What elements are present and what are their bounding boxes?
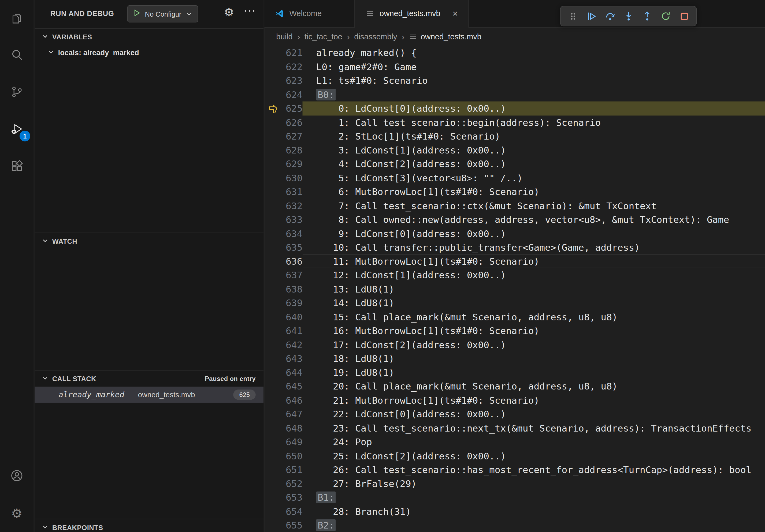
glyph-margin[interactable] bbox=[265, 88, 282, 102]
code-line-624[interactable]: 624B0: bbox=[265, 88, 765, 102]
code-line-638[interactable]: 638 13: LdU8(1) bbox=[265, 282, 765, 296]
debug-stop-button[interactable] bbox=[675, 7, 693, 25]
tab-welcome[interactable]: Welcome bbox=[265, 0, 355, 27]
code-line-651[interactable]: 651 26: Call test_scenario::has_most_rec… bbox=[265, 463, 765, 476]
glyph-margin[interactable] bbox=[265, 171, 282, 185]
glyph-margin[interactable] bbox=[265, 504, 282, 518]
glyph-margin[interactable] bbox=[265, 60, 282, 74]
glyph-margin[interactable] bbox=[265, 213, 282, 227]
call-stack-section-header[interactable]: CALL STACK Paused on entry bbox=[35, 371, 264, 387]
glyph-margin[interactable] bbox=[265, 518, 282, 532]
code-editor[interactable]: 621already_marked() {622L0: game#2#0: Ga… bbox=[265, 46, 765, 532]
glyph-margin[interactable] bbox=[265, 407, 282, 421]
glyph-margin[interactable] bbox=[265, 421, 282, 435]
debug-toolbar-drag-handle[interactable] bbox=[563, 7, 582, 25]
glyph-margin[interactable] bbox=[265, 268, 282, 282]
glyph-margin[interactable] bbox=[265, 310, 282, 324]
code-line-635[interactable]: 635 10: Call transfer::public_transfer<G… bbox=[265, 240, 765, 254]
variables-scope-row[interactable]: locals: already_marked bbox=[35, 45, 264, 60]
glyph-margin[interactable] bbox=[265, 240, 282, 254]
close-icon[interactable]: × bbox=[452, 9, 457, 19]
glyph-margin[interactable] bbox=[265, 74, 282, 88]
start-debugging-icon[interactable] bbox=[133, 9, 141, 19]
code-line-629[interactable]: 629 4: LdConst[2](address: 0x00..) bbox=[265, 157, 765, 171]
code-line-628[interactable]: 628 3: LdConst[1](address: 0x00..) bbox=[265, 143, 765, 157]
code-line-631[interactable]: 631 6: MutBorrowLoc[1](ts#1#0: Scenario) bbox=[265, 185, 765, 199]
activity-item-search[interactable] bbox=[0, 37, 34, 74]
tab-owned-tests-mvb[interactable]: owned_tests.mvb× bbox=[355, 0, 469, 27]
activity-item-settings[interactable]: ⚙ bbox=[0, 495, 34, 532]
code-line-633[interactable]: 633 8: Call owned::new(address, address,… bbox=[265, 213, 765, 227]
glyph-margin[interactable] bbox=[265, 324, 282, 338]
glyph-margin[interactable] bbox=[265, 157, 282, 171]
glyph-margin[interactable] bbox=[265, 379, 282, 393]
code-line-650[interactable]: 650 25: LdConst[2](address: 0x00..) bbox=[265, 449, 765, 463]
code-line-643[interactable]: 643 18: LdU8(1) bbox=[265, 352, 765, 366]
code-line-641[interactable]: 641 16: MutBorrowLoc[1](ts#1#0: Scenario… bbox=[265, 324, 765, 338]
code-line-632[interactable]: 632 7: Call test_scenario::ctx(&mut Scen… bbox=[265, 199, 765, 213]
glyph-margin[interactable] bbox=[265, 143, 282, 157]
glyph-margin[interactable] bbox=[265, 282, 282, 296]
code-line-630[interactable]: 630 5: LdConst[3](vector<u8>: "" /..) bbox=[265, 171, 765, 185]
glyph-margin[interactable] bbox=[265, 490, 282, 504]
activity-item-explorer[interactable] bbox=[0, 0, 34, 37]
glyph-margin[interactable] bbox=[265, 185, 282, 199]
breadcrumb-item[interactable]: build bbox=[276, 32, 293, 41]
glyph-margin[interactable] bbox=[265, 46, 282, 60]
debug-continue-button[interactable] bbox=[582, 7, 600, 25]
activity-item-run-and-debug[interactable]: 1 bbox=[0, 111, 34, 148]
debug-step-out-button[interactable] bbox=[638, 7, 656, 25]
glyph-margin[interactable] bbox=[265, 199, 282, 213]
watch-section-header[interactable]: WATCH bbox=[35, 233, 264, 249]
breadcrumb-item[interactable]: disassembly bbox=[354, 32, 397, 41]
code-line-626[interactable]: 626 1: Call test_scenario::begin(address… bbox=[265, 115, 765, 129]
glyph-margin[interactable] bbox=[265, 129, 282, 143]
code-line-627[interactable]: 627 2: StLoc[1](ts#1#0: Scenario) bbox=[265, 129, 765, 143]
glyph-margin[interactable] bbox=[265, 296, 282, 310]
glyph-margin[interactable] bbox=[265, 393, 282, 407]
glyph-margin[interactable] bbox=[265, 476, 282, 490]
glyph-margin[interactable] bbox=[265, 338, 282, 352]
code-line-645[interactable]: 645 20: Call place_mark(&mut Scenario, a… bbox=[265, 379, 765, 393]
code-line-653[interactable]: 653B1: bbox=[265, 490, 765, 504]
code-line-634[interactable]: 634 9: LdConst[0](address: 0x00..) bbox=[265, 226, 765, 240]
code-line-646[interactable]: 646 21: MutBorrowLoc[1](ts#1#0: Scenario… bbox=[265, 393, 765, 407]
code-line-647[interactable]: 647 22: LdConst[0](address: 0x00..) bbox=[265, 407, 765, 421]
breadcrumb-item[interactable]: owned_tests.mvb bbox=[409, 32, 481, 41]
glyph-margin[interactable] bbox=[265, 366, 282, 379]
more-actions-icon[interactable]: ⋯ bbox=[243, 4, 256, 17]
activity-item-extensions[interactable] bbox=[0, 148, 34, 185]
glyph-margin[interactable] bbox=[265, 449, 282, 463]
glyph-margin[interactable] bbox=[265, 254, 282, 268]
code-line-649[interactable]: 649 24: Pop bbox=[265, 435, 765, 449]
configure-gear-icon[interactable]: ⚙ bbox=[224, 7, 234, 18]
code-line-654[interactable]: 654 28: Branch(31) bbox=[265, 504, 765, 518]
activity-item-source-control[interactable] bbox=[0, 74, 34, 111]
code-line-622[interactable]: 622L0: game#2#0: Game bbox=[265, 60, 765, 74]
code-line-637[interactable]: 637 12: LdConst[1](address: 0x00..) bbox=[265, 268, 765, 282]
call-stack-frame-row[interactable]: already_marked owned_tests.mvb 625 bbox=[35, 387, 264, 402]
code-line-623[interactable]: 623L1: ts#1#0: Scenario bbox=[265, 74, 765, 88]
current-frame-arrow-icon[interactable] bbox=[265, 102, 282, 116]
code-line-640[interactable]: 640 15: Call place_mark(&mut Scenario, a… bbox=[265, 310, 765, 324]
glyph-margin[interactable] bbox=[265, 435, 282, 449]
code-line-648[interactable]: 648 23: Call test_scenario::next_tx(&mut… bbox=[265, 421, 765, 435]
code-line-621[interactable]: 621already_marked() { bbox=[265, 46, 765, 60]
debug-step-into-button[interactable] bbox=[619, 7, 638, 25]
code-line-644[interactable]: 644 19: LdU8(1) bbox=[265, 366, 765, 379]
launch-config-dropdown[interactable]: No Configur bbox=[127, 5, 198, 23]
debug-step-over-button[interactable] bbox=[601, 7, 619, 25]
debug-restart-button[interactable] bbox=[656, 7, 675, 25]
code-line-625[interactable]: 625 0: LdConst[0](address: 0x00..) bbox=[265, 102, 765, 116]
glyph-margin[interactable] bbox=[265, 226, 282, 240]
code-line-639[interactable]: 639 14: LdU8(1) bbox=[265, 296, 765, 310]
code-line-655[interactable]: 655B2: bbox=[265, 518, 765, 532]
glyph-margin[interactable] bbox=[265, 352, 282, 366]
breakpoints-section-header[interactable]: BREAKPOINTS bbox=[35, 519, 264, 532]
variables-section-header[interactable]: VARIABLES bbox=[35, 29, 264, 45]
breadcrumb-item[interactable]: tic_tac_toe bbox=[305, 32, 342, 41]
code-line-636[interactable]: 636 11: MutBorrowLoc[1](ts#1#0: Scenario… bbox=[265, 254, 765, 268]
code-line-642[interactable]: 642 17: LdConst[2](address: 0x00..) bbox=[265, 338, 765, 352]
glyph-margin[interactable] bbox=[265, 463, 282, 476]
glyph-margin[interactable] bbox=[265, 115, 282, 129]
